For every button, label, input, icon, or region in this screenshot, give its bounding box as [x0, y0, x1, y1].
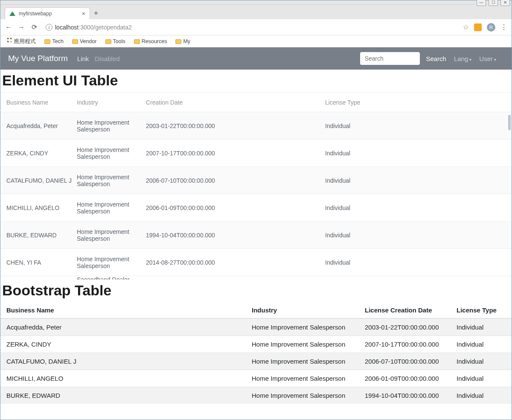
window-maximize-button[interactable]: ☐	[489, 0, 498, 6]
cell-creation-date: 1994-10-04T00:00:00.000	[146, 232, 325, 239]
element-ui-table: Business Name Industry Creation Date Lic…	[0, 92, 512, 280]
window-titlebar: — ☐ ✕	[0, 0, 512, 5]
cell-industry: Home Improvement Salesperson	[77, 119, 146, 133]
section-title-element-ui: Element UI Table	[2, 72, 510, 89]
table-row[interactable]: BURKE, EDWARDHome Improvement Salesperso…	[0, 222, 512, 249]
cell-license-type: Individual	[325, 150, 506, 157]
bookmarks-bar: 應用程式 Tech Vendor Tools Resources My	[0, 35, 512, 47]
cell-creation-date: 2006-07-10T00:00:00.000	[146, 177, 325, 184]
back-button[interactable]: ←	[5, 23, 12, 31]
table-row[interactable]: MICHILLI, ANGELOHome Improvement Salespe…	[0, 370, 512, 387]
bookmark-folder[interactable]: Vendor	[72, 38, 97, 44]
chevron-down-icon: ▾	[469, 57, 471, 62]
cell-industry: Home Improvement Salesperson	[246, 370, 359, 387]
col-header-creation-date[interactable]: Creation Date	[146, 99, 325, 106]
new-tab-button[interactable]: +	[90, 7, 102, 19]
cell-license-type: Individual	[451, 318, 512, 336]
col-header-industry[interactable]: Industry	[246, 302, 359, 318]
tab-close-icon[interactable]: ×	[82, 10, 85, 17]
table-header-row: Business Name Industry License Creation …	[0, 302, 512, 318]
cell-license-type: Individual	[325, 122, 506, 129]
apps-label: 應用程式	[14, 38, 36, 44]
cell-creation-date: 2003-01-22T00:00:00.000	[146, 122, 325, 129]
cell-license-type: Individual	[325, 204, 506, 211]
navbar-link-disabled: Disabled	[95, 55, 119, 62]
col-header-industry[interactable]: Industry	[77, 99, 146, 106]
bookmark-folder[interactable]: Resources	[134, 38, 167, 44]
cell-industry: Home Improvement Salesperson	[246, 387, 359, 404]
cell-license-creation-date: 2007-10-17T00:00:00.000	[359, 336, 451, 353]
folder-icon	[105, 39, 111, 44]
favicon-icon	[9, 11, 15, 17]
table-scrollbar-thumb[interactable]	[508, 115, 511, 130]
cell-license-creation-date: 1994-10-04T00:00:00.000	[359, 387, 451, 404]
cell-business-name: Acquafredda, Peter	[0, 318, 246, 336]
browser-window: — ☐ ✕ myfirstwebapp × + ← → ⟳ i localhos…	[0, 0, 512, 420]
table-row[interactable]: Acquafredda, PeterHome Improvement Sales…	[0, 318, 512, 336]
extension-icon[interactable]	[474, 23, 482, 31]
cell-license-type: Individual	[325, 232, 506, 239]
tab-strip: myfirstwebapp × +	[0, 5, 512, 19]
chevron-down-icon: ▾	[494, 57, 496, 62]
cell-industry: Home Improvement Salesperson	[77, 174, 146, 187]
table-row[interactable]: CHEN, YI FAHome Improvement Salesperson2…	[0, 249, 512, 276]
app-navbar: My Vue Platform Link Disabled Search Lan…	[0, 47, 512, 70]
navbar-search-button[interactable]: Search	[426, 55, 446, 62]
cell-business-name: CATALFUMO, DANIEL J	[6, 177, 77, 184]
page-viewport: My Vue Platform Link Disabled Search Lan…	[0, 47, 512, 420]
forward-button[interactable]: →	[17, 23, 25, 31]
url-host: localhost	[55, 24, 79, 31]
bookmark-folder[interactable]: My	[175, 38, 190, 44]
cell-license-type: Individual	[451, 336, 512, 353]
col-header-license-type[interactable]: License Type	[451, 302, 512, 318]
cell-license-type: Individual	[451, 370, 512, 387]
navbar-lang-dropdown[interactable]: Lang▾	[454, 55, 471, 62]
bookmark-star-icon[interactable]: ☆	[463, 23, 469, 31]
navbar-user-dropdown[interactable]: User▾	[479, 55, 496, 62]
bookmark-folder[interactable]: Tech	[44, 38, 63, 44]
cell-business-name: MICHILLI, ANGELO	[6, 204, 77, 211]
table-header-row: Business Name Industry Creation Date Lic…	[0, 93, 512, 112]
col-header-business-name[interactable]: Business Name	[6, 99, 77, 106]
browser-menu-button[interactable]: ⋮	[500, 23, 507, 31]
table-row[interactable]: Acquafredda, PeterHome Improvement Sales…	[0, 112, 512, 140]
apps-icon	[6, 37, 12, 43]
navbar-search-input[interactable]	[360, 52, 420, 65]
element-ui-table-body[interactable]: Acquafredda, PeterHome Improvement Sales…	[0, 112, 512, 280]
cell-license-type: Individual	[451, 387, 512, 404]
col-header-business-name[interactable]: Business Name	[0, 302, 246, 318]
table-row[interactable]: ZERKA, CINDYHome Improvement Salesperson…	[0, 336, 512, 353]
folder-icon	[44, 39, 50, 44]
bookmark-folder[interactable]: Tools	[105, 38, 125, 44]
table-row[interactable]: MICHILLI, ANGELOHome Improvement Salespe…	[0, 194, 512, 222]
reload-button[interactable]: ⟳	[30, 23, 38, 31]
bootstrap-table: Business Name Industry License Creation …	[0, 302, 512, 404]
table-row[interactable]: CATALFUMO, DANIEL JHome Improvement Sale…	[0, 353, 512, 370]
apps-shortcut[interactable]: 應用程式	[6, 37, 36, 45]
site-info-icon[interactable]: i	[46, 24, 52, 31]
address-bar: ← → ⟳ i localhost:3000/getopendata2 ☆ R …	[0, 19, 512, 35]
folder-icon	[134, 39, 140, 44]
browser-tab[interactable]: myfirstwebapp ×	[5, 7, 90, 19]
window-close-button[interactable]: ✕	[500, 0, 510, 6]
cell-creation-date: 2007-10-17T00:00:00.000	[146, 150, 325, 157]
cell-license-creation-date: 2006-01-09T00:00:00.000	[359, 370, 451, 387]
cell-business-name: MICHILLI, ANGELO	[0, 370, 246, 387]
url-box[interactable]: i localhost:3000/getopendata2	[43, 23, 454, 32]
cell-creation-date: 2014-08-27T00:00:00.000	[146, 259, 325, 266]
url-text: localhost:3000/getopendata2	[55, 24, 132, 31]
col-header-license-creation-date[interactable]: License Creation Date	[359, 302, 451, 318]
table-row[interactable]: CATALFUMO, DANIEL JHome Improvement Sale…	[0, 167, 512, 194]
cell-business-name: CATALFUMO, DANIEL J	[0, 353, 246, 370]
table-row[interactable]: ZERKA, CINDYHome Improvement Salesperson…	[0, 140, 512, 167]
window-minimize-button[interactable]: —	[477, 0, 486, 6]
navbar-link[interactable]: Link	[77, 55, 89, 62]
profile-avatar[interactable]: R	[487, 23, 495, 32]
col-header-license-type[interactable]: License Type	[325, 99, 506, 106]
cell-license-creation-date: 2006-07-10T00:00:00.000	[359, 353, 451, 370]
page-scroll[interactable]: My Vue Platform Link Disabled Search Lan…	[0, 47, 512, 420]
cell-industry: Home Improvement Salesperson	[246, 353, 359, 370]
navbar-brand[interactable]: My Vue Platform	[8, 54, 68, 63]
table-row[interactable]: Secondhand Dealer - Ge	[0, 276, 512, 280]
table-row[interactable]: BURKE, EDWARDHome Improvement Salesperso…	[0, 387, 512, 404]
